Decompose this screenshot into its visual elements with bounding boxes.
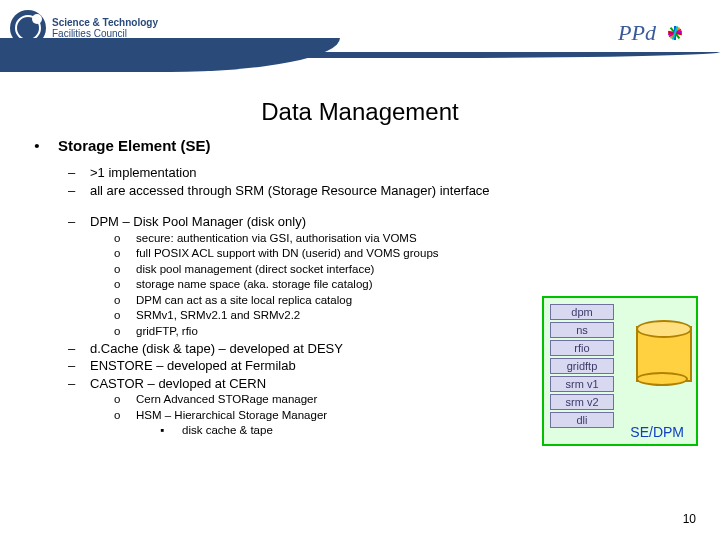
- circle-icon: o: [114, 324, 126, 340]
- lvl2-text: CASTOR – devloped at CERN: [90, 375, 266, 393]
- bullet-lvl1: • Storage Element (SE): [30, 136, 690, 156]
- lvl3-text: Cern Advanced STORage manager: [136, 392, 317, 408]
- dash-icon: –: [68, 357, 80, 375]
- slide-title: Data Management: [0, 98, 720, 126]
- circle-icon: o: [114, 308, 126, 324]
- lvl3-text: gridFTP, rfio: [136, 324, 198, 340]
- diagram-stack: dpm ns rfio gridftp srm v1 srm v2 dli: [550, 304, 614, 428]
- lvl2-text: ENSTORE – developed at Fermilab: [90, 357, 296, 375]
- circle-icon: o: [114, 277, 126, 293]
- diagram-box: rfio: [550, 340, 614, 356]
- lvl2-text: d.Cache (disk & tape) – developed at DES…: [90, 340, 343, 358]
- dash-icon: –: [68, 340, 80, 358]
- bullet-lvl3: ogridFTP, rfio: [114, 324, 540, 340]
- bullet-lvl2: –CASTOR – devloped at CERN: [68, 375, 540, 393]
- dash-icon: –: [68, 164, 80, 182]
- lvl4-text: disk cache & tape: [182, 423, 273, 439]
- cylinder-icon: [636, 320, 688, 384]
- bullet-lvl3: ofull POSIX ACL support with DN (userid)…: [114, 246, 540, 262]
- lvl3-text: secure: authentication via GSI, authoris…: [136, 231, 417, 247]
- bullet-lvl2: –all are accessed through SRM (Storage R…: [68, 182, 540, 200]
- circle-icon: o: [114, 408, 126, 424]
- diagram-box: gridftp: [550, 358, 614, 374]
- diagram-box: srm v1: [550, 376, 614, 392]
- lvl1-text: Storage Element (SE): [58, 136, 211, 156]
- bullet-lvl2: –d.Cache (disk & tape) – developed at DE…: [68, 340, 540, 358]
- diagram-box: srm v2: [550, 394, 614, 410]
- circle-icon: o: [114, 246, 126, 262]
- diagram-box: dpm: [550, 304, 614, 320]
- header-swoosh: [0, 50, 720, 80]
- bullet-lvl2: –>1 implementation: [68, 164, 540, 182]
- bullet-dot-icon: •: [30, 136, 44, 156]
- bullet-lvl3: oHSM – Hierarchical Storage Manager: [114, 408, 540, 424]
- circle-icon: o: [114, 231, 126, 247]
- diagram-label: SE/DPM: [630, 424, 684, 440]
- lvl3-text: HSM – Hierarchical Storage Manager: [136, 408, 327, 424]
- page-number: 10: [683, 512, 696, 526]
- bullet-lvl3: osecure: authentication via GSI, authori…: [114, 231, 540, 247]
- lvl3-text: storage name space (aka. storage file ca…: [136, 277, 373, 293]
- dash-icon: –: [68, 213, 80, 231]
- bullet-lvl4: ▪disk cache & tape: [160, 423, 540, 439]
- bullet-lvl3: oSRMv1, SRMv2.1 and SRMv2.2: [114, 308, 540, 324]
- square-icon: ▪: [160, 423, 172, 439]
- lvl2-text: DPM – Disk Pool Manager (disk only): [90, 213, 306, 231]
- se-dpm-diagram: dpm ns rfio gridftp srm v1 srm v2 dli SE…: [542, 296, 698, 446]
- lvl3-text: full POSIX ACL support with DN (userid) …: [136, 246, 439, 262]
- diagram-box: dli: [550, 412, 614, 428]
- circle-icon: o: [114, 293, 126, 309]
- bullet-lvl3: odisk pool management (direct socket int…: [114, 262, 540, 278]
- ppd-text: PPd: [618, 20, 656, 46]
- ppd-logo: PPd: [618, 18, 690, 48]
- lvl3-text: disk pool management (direct socket inte…: [136, 262, 374, 278]
- diagram-box: ns: [550, 322, 614, 338]
- bullet-lvl2: –DPM – Disk Pool Manager (disk only): [68, 213, 540, 231]
- lvl2-text: all are accessed through SRM (Storage Re…: [90, 182, 490, 200]
- lvl3-text: DPM can act as a site local replica cata…: [136, 293, 352, 309]
- stfc-line1: Science & Technology: [52, 17, 158, 28]
- circle-icon: o: [114, 392, 126, 408]
- bullet-lvl3: ostorage name space (aka. storage file c…: [114, 277, 540, 293]
- burst-icon: [660, 18, 690, 48]
- lvl2-text: >1 implementation: [90, 164, 197, 182]
- bullet-lvl3: oCern Advanced STORage manager: [114, 392, 540, 408]
- bullet-lvl2: –ENSTORE – developed at Fermilab: [68, 357, 540, 375]
- stfc-logo-text: Science & Technology Facilities Council: [52, 17, 158, 39]
- slide-header: Science & Technology Facilities Council …: [0, 0, 720, 80]
- dash-icon: –: [68, 375, 80, 393]
- lvl3-text: SRMv1, SRMv2.1 and SRMv2.2: [136, 308, 300, 324]
- circle-icon: o: [114, 262, 126, 278]
- bullet-lvl3: oDPM can act as a site local replica cat…: [114, 293, 540, 309]
- dash-icon: –: [68, 182, 80, 200]
